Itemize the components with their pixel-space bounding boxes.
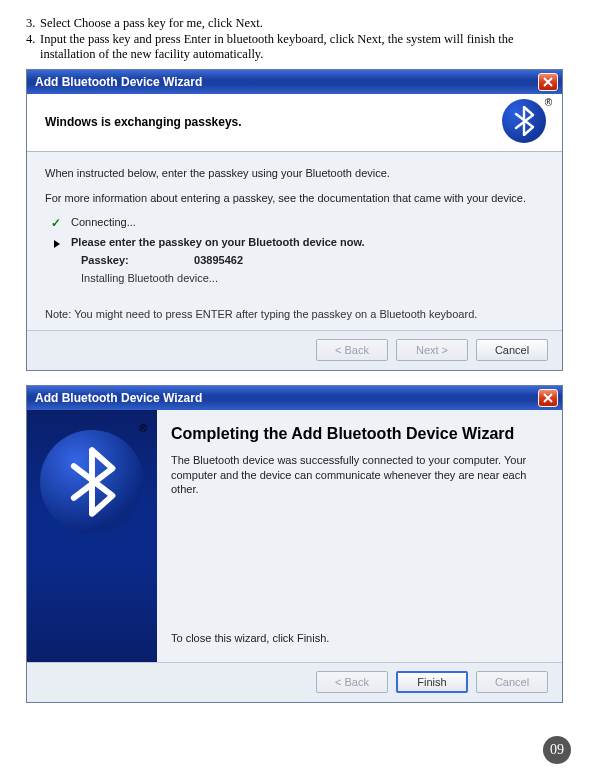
passkey-row: Passkey: 03895462	[81, 254, 544, 266]
wizard-side-panel: ®	[27, 410, 157, 662]
arrow-icon	[54, 240, 60, 248]
wizard-body: When instructed below, enter the passkey…	[27, 152, 562, 330]
window-title: Add Bluetooth Device Wizard	[35, 75, 202, 89]
passkey-value: 03895462	[194, 254, 243, 266]
step-list: ✓ Connecting... Please enter the passkey…	[51, 216, 544, 284]
titlebar[interactable]: Add Bluetooth Device Wizard	[27, 70, 562, 94]
intro-text-2: For more information about entering a pa…	[45, 191, 544, 206]
intro-text-1: When instructed below, enter the passkey…	[45, 166, 544, 181]
wizard-header-text: Windows is exchanging passkeys.	[45, 115, 242, 129]
step-connecting: ✓ Connecting...	[51, 216, 544, 230]
wizard-passkey-exchange: Add Bluetooth Device Wizard Windows is e…	[26, 69, 563, 371]
instruction-list: 3. Select Choose a pass key for me, clic…	[26, 16, 563, 63]
instruction-3-text: Select Choose a pass key for me, click N…	[40, 16, 563, 32]
wizard-header: Windows is exchanging passkeys. ®	[27, 94, 562, 152]
bluetooth-icon	[67, 447, 117, 517]
bluetooth-icon	[513, 106, 535, 136]
step-enter-passkey: Please enter the passkey on your Bluetoo…	[51, 236, 544, 248]
completion-heading: Completing the Add Bluetooth Device Wiza…	[171, 424, 544, 443]
button-row: < Back Finish Cancel	[27, 662, 562, 702]
close-icon	[543, 77, 553, 87]
completion-text: The Bluetooth device was successfully co…	[171, 453, 544, 498]
instruction-4-text: Input the pass key and press Enter in bl…	[40, 32, 563, 63]
step-connecting-label: Connecting...	[71, 216, 136, 228]
back-button[interactable]: < Back	[316, 671, 388, 693]
registered-mark: ®	[139, 422, 147, 434]
bluetooth-badge: ®	[502, 99, 548, 145]
back-button[interactable]: < Back	[316, 339, 388, 361]
finish-button[interactable]: Finish	[396, 671, 468, 693]
registered-mark: ®	[545, 97, 552, 108]
button-row: < Back Next > Cancel	[27, 330, 562, 370]
cancel-button[interactable]: Cancel	[476, 339, 548, 361]
to-close-text: To close this wizard, click Finish.	[171, 632, 544, 652]
next-button[interactable]: Next >	[396, 339, 468, 361]
passkey-label: Passkey:	[81, 254, 191, 266]
wizard-completion: Add Bluetooth Device Wizard ® Completing…	[26, 385, 563, 703]
instruction-3-num: 3.	[26, 16, 40, 32]
window-title: Add Bluetooth Device Wizard	[35, 391, 202, 405]
page-number: 09	[543, 736, 571, 764]
step-installing: Installing Bluetooth device...	[81, 272, 544, 284]
titlebar[interactable]: Add Bluetooth Device Wizard	[27, 386, 562, 410]
wizard-main-panel: Completing the Add Bluetooth Device Wiza…	[157, 410, 562, 662]
passkey-note: Note: You might need to press ENTER afte…	[45, 308, 544, 320]
close-button[interactable]	[538, 73, 558, 91]
close-button[interactable]	[538, 389, 558, 407]
close-icon	[543, 393, 553, 403]
instruction-4-num: 4.	[26, 32, 40, 63]
step-enter-label: Please enter the passkey on your Bluetoo…	[71, 236, 365, 248]
wizard-body: ® Completing the Add Bluetooth Device Wi…	[27, 410, 562, 662]
cancel-button[interactable]: Cancel	[476, 671, 548, 693]
check-icon: ✓	[51, 216, 63, 230]
